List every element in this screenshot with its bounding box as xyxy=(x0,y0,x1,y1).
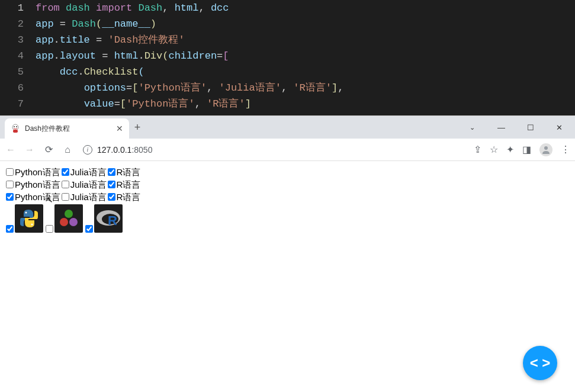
checkbox[interactable] xyxy=(62,193,69,201)
svg-point-8 xyxy=(60,218,68,226)
line-number: 6 xyxy=(0,80,36,96)
checkbox[interactable] xyxy=(108,193,115,201)
bookmark-icon[interactable]: ☆ xyxy=(490,144,498,155)
svg-rect-3 xyxy=(13,130,18,133)
python-logo-icon xyxy=(15,204,43,233)
home-button[interactable]: ⌂ xyxy=(62,144,73,155)
check-r[interactable]: R语言 xyxy=(108,166,141,178)
page-content: Python语言 Julia语言 R语言 Python语言 Julia语言 R语… xyxy=(0,161,575,386)
check-julia-img[interactable] xyxy=(46,204,83,233)
line-number: 3 xyxy=(0,32,36,48)
code-line-3: 3app.title = 'Dash控件教程' xyxy=(0,32,575,48)
tab-close-icon[interactable]: ✕ xyxy=(116,124,123,133)
line-number: 7 xyxy=(0,96,36,112)
check-r[interactable]: R语言 xyxy=(108,191,141,203)
svg-point-1 xyxy=(14,126,15,127)
code-line-5: 5 dcc.Checklist( xyxy=(0,64,575,80)
r-logo-icon: R xyxy=(94,204,123,233)
forward-button[interactable]: → xyxy=(24,144,36,155)
check-julia[interactable]: Julia语言 xyxy=(62,191,107,203)
check-label: Julia语言 xyxy=(70,166,107,178)
checkbox[interactable] xyxy=(6,225,14,233)
svg-point-9 xyxy=(69,218,78,226)
check-julia[interactable]: Julia语言 xyxy=(62,166,107,178)
svg-point-5 xyxy=(25,212,27,214)
check-label: Python语言 xyxy=(15,191,60,203)
checkbox[interactable] xyxy=(108,181,115,188)
code-line-1: 1from dash import Dash, html, dcc xyxy=(0,0,575,16)
checkbox[interactable] xyxy=(6,168,14,176)
line-number: 1 xyxy=(0,0,36,16)
browser-toolbar: ← → ⟳ ⌂ i 127.0.0.1:8050 ⇪ ☆ ✦ ◨ ⋮ xyxy=(0,139,575,161)
menu-icon[interactable]: ⋮ xyxy=(561,144,570,155)
check-label: R语言 xyxy=(117,178,141,191)
check-python-img[interactable] xyxy=(6,204,43,233)
checkbox[interactable] xyxy=(46,225,53,233)
svg-point-7 xyxy=(65,210,73,218)
checkbox[interactable] xyxy=(6,193,14,201)
code-line-7: 7 value=['Python语言', 'R语言'] xyxy=(0,96,575,112)
browser-window: Dash控件教程 ✕ + ⌄ ― ☐ ✕ ← → ⟳ ⌂ i 127.0.0.1… xyxy=(0,115,575,386)
window-controls: ⌄ ― ☐ ✕ xyxy=(459,118,575,136)
line-number: 4 xyxy=(0,48,36,64)
code-editor: 1from dash import Dash, html, dcc 2app =… xyxy=(0,0,575,115)
code-icon: < > xyxy=(530,355,551,371)
dash-devtools-button[interactable]: < > xyxy=(523,346,557,380)
tab-title: Dash控件教程 xyxy=(25,124,111,134)
checkbox[interactable] xyxy=(6,181,14,188)
line-number: 5 xyxy=(0,64,36,80)
back-button[interactable]: ← xyxy=(5,144,17,155)
maximize-button[interactable]: ☐ xyxy=(517,118,544,136)
svg-point-4 xyxy=(544,146,548,150)
check-label: Julia语言 xyxy=(70,191,107,203)
check-label: R语言 xyxy=(117,166,141,178)
check-r-img[interactable]: R xyxy=(85,204,123,233)
check-python[interactable]: Python语言 xyxy=(6,166,60,178)
svg-text:R: R xyxy=(108,213,117,228)
check-label: Python语言 xyxy=(15,166,60,178)
checklist-row-images: R xyxy=(6,204,569,233)
reload-button[interactable]: ⟳ xyxy=(43,144,54,155)
new-tab-button[interactable]: + xyxy=(129,121,146,134)
check-label: R语言 xyxy=(117,191,141,203)
checklist-row-1: Python语言 Julia语言 R语言 xyxy=(6,166,569,178)
minimize-button[interactable]: ― xyxy=(488,118,515,136)
favicon-icon xyxy=(11,124,20,133)
share-icon[interactable]: ⇪ xyxy=(474,144,481,155)
check-julia[interactable]: Julia语言 xyxy=(62,178,107,191)
checklist-row-3: Python语言 Julia语言 R语言 xyxy=(6,191,569,203)
url-text: 127.0.0.1:8050 xyxy=(97,145,152,155)
window-dropdown-icon[interactable]: ⌄ xyxy=(459,118,486,136)
code-line-4: 4app.layout = html.Div(children=[ xyxy=(0,48,575,64)
profile-avatar-icon[interactable] xyxy=(539,143,552,156)
sidepanel-icon[interactable]: ◨ xyxy=(522,144,531,155)
check-python[interactable]: Python语言 xyxy=(6,191,60,203)
check-label: Python语言 xyxy=(15,178,60,191)
svg-point-2 xyxy=(16,126,17,127)
svg-point-6 xyxy=(31,224,33,226)
extensions-icon[interactable]: ✦ xyxy=(506,144,514,155)
checkbox[interactable] xyxy=(62,181,69,188)
checklist-row-2: Python语言 Julia语言 R语言 xyxy=(6,178,569,191)
line-number: 2 xyxy=(0,16,36,32)
code-line-6: 6 options=['Python语言', 'Julia语言', 'R语言']… xyxy=(0,80,575,96)
check-python[interactable]: Python语言 xyxy=(6,178,60,191)
toolbar-right: ⇪ ☆ ✦ ◨ ⋮ xyxy=(474,143,570,156)
checkbox[interactable] xyxy=(108,168,115,176)
julia-logo-icon xyxy=(54,204,83,233)
code-line-2: 2app = Dash(__name__) xyxy=(0,16,575,32)
browser-tab[interactable]: Dash控件教程 ✕ xyxy=(5,118,129,139)
close-button[interactable]: ✕ xyxy=(546,118,573,136)
check-r[interactable]: R语言 xyxy=(108,178,141,191)
site-info-icon[interactable]: i xyxy=(83,145,92,155)
checkbox[interactable] xyxy=(62,168,69,176)
check-label: Julia语言 xyxy=(70,178,107,191)
browser-titlebar: Dash控件教程 ✕ + ⌄ ― ☐ ✕ xyxy=(0,116,575,139)
checkbox[interactable] xyxy=(85,225,93,233)
address-bar[interactable]: i 127.0.0.1:8050 xyxy=(81,145,467,155)
